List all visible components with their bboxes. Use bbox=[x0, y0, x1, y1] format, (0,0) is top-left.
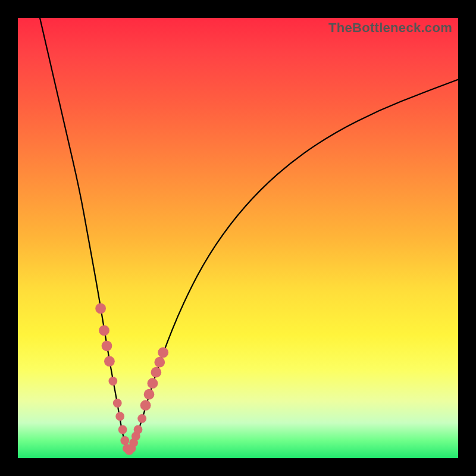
data-marker bbox=[99, 325, 109, 336]
data-marker bbox=[120, 436, 129, 445]
data-marker bbox=[137, 414, 146, 423]
plot-area: TheBottleneck.com bbox=[18, 18, 458, 458]
data-marker bbox=[95, 303, 106, 314]
data-marker bbox=[102, 340, 112, 351]
data-marker bbox=[113, 399, 122, 408]
data-marker bbox=[134, 425, 143, 434]
data-marker bbox=[104, 356, 115, 367]
data-marker bbox=[118, 425, 127, 434]
data-marker bbox=[158, 347, 168, 358]
chart-svg bbox=[18, 18, 458, 458]
data-marker bbox=[154, 357, 165, 368]
data-marker bbox=[144, 389, 155, 400]
marker-group bbox=[95, 303, 168, 455]
data-marker bbox=[148, 378, 158, 389]
data-marker bbox=[151, 367, 161, 378]
bottleneck-curve bbox=[40, 18, 458, 450]
chart-frame: TheBottleneck.com bbox=[0, 0, 476, 476]
data-marker bbox=[108, 377, 117, 386]
data-marker bbox=[140, 400, 151, 411]
data-marker bbox=[115, 412, 124, 421]
